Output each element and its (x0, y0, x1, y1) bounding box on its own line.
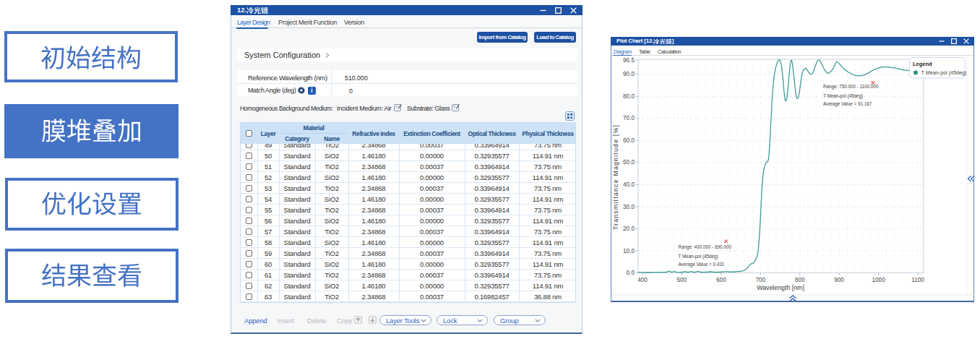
svg-text:30.0: 30.0 (623, 204, 635, 210)
svg-text:500: 500 (677, 277, 687, 283)
svg-text:96.5: 96.5 (623, 57, 635, 64)
svg-text:T Mean-pol (45deg): T Mean-pol (45deg) (823, 93, 863, 99)
svg-text:60.0: 60.0 (623, 137, 635, 144)
svg-text:Range: 750.000 - 1100.000: Range: 750.000 - 1100.000 (823, 84, 879, 90)
svg-text:T Mean-pol (45deg): T Mean-pol (45deg) (679, 254, 718, 259)
svg-text:Average Value = 0.431: Average Value = 0.431 (679, 262, 725, 267)
svg-text:90.0: 90.0 (623, 71, 635, 77)
svg-text:80.0: 80.0 (623, 93, 635, 100)
svg-text:Wavelength [nm]: Wavelength [nm] (757, 284, 804, 291)
svg-text:40.0: 40.0 (623, 181, 635, 188)
svg-text:T Mean-pol (45deg): T Mean-pol (45deg) (921, 69, 967, 76)
svg-text:70.0: 70.0 (623, 115, 635, 121)
svg-text:Legend: Legend (913, 61, 932, 67)
svg-text:0.0: 0.0 (627, 270, 635, 276)
svg-text:800: 800 (795, 277, 805, 283)
svg-text:900: 900 (834, 277, 844, 283)
svg-text:1100: 1100 (911, 277, 924, 283)
svg-text:Range: 400.000 - 690.000: Range: 400.000 - 690.000 (679, 244, 732, 250)
svg-text:10.0: 10.0 (623, 248, 635, 254)
svg-text:20.0: 20.0 (623, 226, 635, 232)
svg-text:Transmittance Magnitude [%]: Transmittance Magnitude [%] (612, 124, 619, 231)
svg-text:700: 700 (755, 277, 765, 283)
svg-text:400: 400 (637, 277, 648, 283)
svg-text:1000: 1000 (872, 277, 885, 283)
svg-text:Average Value = 91.167: Average Value = 91.167 (823, 101, 872, 107)
svg-text:50.0: 50.0 (623, 159, 635, 166)
svg-text:600: 600 (716, 277, 726, 283)
